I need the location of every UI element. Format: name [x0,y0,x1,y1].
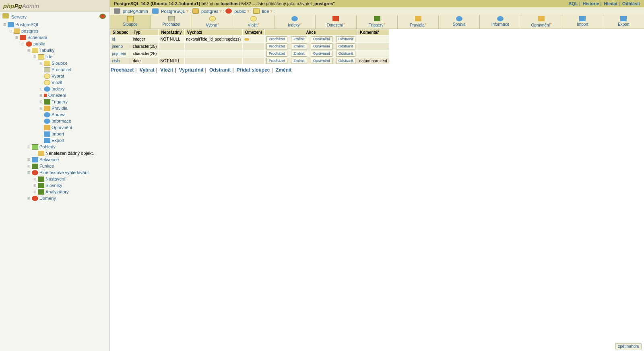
tab-info[interactable]: Informace [480,15,521,29]
tree-insert[interactable]: Vložit [52,79,62,86]
action-addcol[interactable]: Přidat sloupec [237,67,270,73]
tree-fts-conf[interactable]: Nastavení [45,176,66,182]
browse-icon [44,67,50,72]
tab-browse[interactable]: Procházet [151,15,192,29]
action-alter[interactable]: Změnit [276,67,291,73]
toplink-sql[interactable]: SQL [569,1,578,6]
crumb-dropdown-icon[interactable]: ? [247,9,249,13]
tree-select[interactable]: Vybrat [52,73,64,79]
tab-insert[interactable]: Vložit? [233,15,274,29]
tab-constraints[interactable]: Omezení? [316,15,357,29]
row-action-browse[interactable]: Procházet [266,36,288,42]
tree-table[interactable]: lide [45,53,52,60]
row-action-alter[interactable]: Změnit [291,43,307,49]
row-action-alter[interactable]: Změnit [291,58,307,64]
tree-schema[interactable]: public [33,41,45,47]
tree-browse[interactable]: Procházet [52,66,72,73]
action-browse[interactable]: Procházet [111,67,134,73]
tree-import[interactable]: Import [52,131,64,137]
column-name-link[interactable]: jmeno [112,44,123,49]
table-row: jmenocharacter(25)ProcházetZměnitOprávně… [110,43,389,50]
tab-privileges[interactable]: Oprávnění? [521,15,562,29]
tree-fts[interactable]: Plně textové vyhledávání [39,169,89,176]
tree-triggers[interactable]: Triggery [52,99,68,105]
tree-tables[interactable]: Tabulky [39,47,54,53]
top-links: SQL| Historie| Hledat| Odhlásit [569,1,640,6]
tree-constraints[interactable]: Omezení [48,92,66,99]
crumb-dropdown-icon[interactable]: ? [270,9,272,13]
tab-columns[interactable]: Sloupce [110,15,151,29]
column-name-link[interactable]: id [112,37,115,41]
tree-fts-dict[interactable]: Slovníky [45,182,62,189]
action-drop[interactable]: Odstranit [209,67,231,73]
tab-admin[interactable]: Správa [439,15,480,29]
crumb-server[interactable]: PostgreSQL [161,9,185,14]
tree-database[interactable]: postgres [21,28,38,34]
tree-admin[interactable]: Správa [52,111,66,118]
tab-help-icon[interactable]: ? [343,22,345,26]
tree-columns[interactable]: Sloupce [52,60,68,66]
row-action-privileges[interactable]: Oprávnění [311,43,332,49]
crumb-schema[interactable]: public [234,9,246,14]
crumb-dropdown-icon[interactable]: ? [186,9,188,13]
tree-info[interactable]: Informace [52,118,71,124]
action-empty[interactable]: Vyprázdnit [179,67,204,73]
tree-server[interactable]: PostgreSQL [15,21,39,28]
privileges-icon [538,16,545,21]
tree-views[interactable]: Pohledy [39,144,56,150]
topbar: PostgreSQL 14.2 (Ubuntu 14.2-1ubuntu1) b… [110,0,644,7]
tree-servers[interactable]: Servery [11,14,27,19]
toplink-logout[interactable]: Odhlásit [622,1,640,6]
tree-sequences[interactable]: Sekvence [39,156,59,163]
back-to-top[interactable]: zpět nahoru [615,343,642,349]
tab-triggers[interactable]: Triggery? [357,15,398,29]
tab-help-icon[interactable]: ? [550,22,551,26]
toplink-find[interactable]: Hledat [604,1,617,6]
tree-indexes[interactable]: Indexy [52,86,64,92]
row-action-drop[interactable]: Odstranit [336,51,356,57]
tree-privileges[interactable]: Oprávnění [52,124,72,131]
tab-label: Import [577,22,588,27]
crumb-database[interactable]: postgres [201,9,218,14]
server-user: postgres [314,1,333,6]
row-action-privileges[interactable]: Oprávnění [311,36,332,42]
row-action-privileges[interactable]: Oprávnění [311,58,332,64]
tab-help-icon[interactable]: ? [425,22,426,26]
tree-fts-parser[interactable]: Analyzátory [45,189,68,195]
crumb-table[interactable]: lide [262,9,269,14]
row-action-browse[interactable]: Procházet [266,43,288,49]
action-select[interactable]: Vybrat [140,67,155,73]
crumb-app[interactable]: phpPgAdmin [123,9,148,14]
tab-rules[interactable]: Pravidla? [398,15,439,29]
row-action-drop[interactable]: Odstranit [336,36,356,42]
row-action-browse[interactable]: Procházet [266,51,288,57]
row-action-drop[interactable]: Odstranit [336,43,356,49]
column-default [184,43,243,50]
crumb-dropdown-icon[interactable]: ? [219,9,221,13]
tree-functions[interactable]: Funkce [39,163,54,169]
tab-export[interactable]: Export [603,15,644,29]
toplink-history[interactable]: Historie [583,1,599,6]
row-action-browse[interactable]: Procházet [266,58,288,64]
row-action-alter[interactable]: Změnit [291,51,307,57]
tab-help-icon[interactable]: ? [300,22,301,26]
action-insert[interactable]: Vložit [160,67,173,73]
tree-rules[interactable]: Pravidla [52,105,68,111]
tab-indexes[interactable]: Indexy? [275,15,316,29]
tab-import[interactable]: Import [562,15,603,29]
row-action-drop[interactable]: Odstranit [336,58,356,64]
tab-select[interactable]: Vybrat? [192,15,233,29]
tab-help-icon[interactable]: ? [217,22,219,26]
tree-domains[interactable]: Domény [39,195,56,201]
row-action-privileges[interactable]: Oprávnění [311,51,332,57]
column-comment [357,36,389,43]
tab-help-icon[interactable]: ? [258,22,259,26]
refresh-icon[interactable] [99,14,106,19]
tab-help-icon[interactable]: ? [383,22,385,26]
tree-export[interactable]: Export [52,137,64,144]
tree-schemas[interactable]: Schémata [27,34,47,41]
app-icon [114,8,120,14]
column-name-link[interactable]: cislo [112,59,120,63]
column-name-link[interactable]: prijmeni [112,51,126,56]
row-action-alter[interactable]: Změnit [291,36,307,42]
